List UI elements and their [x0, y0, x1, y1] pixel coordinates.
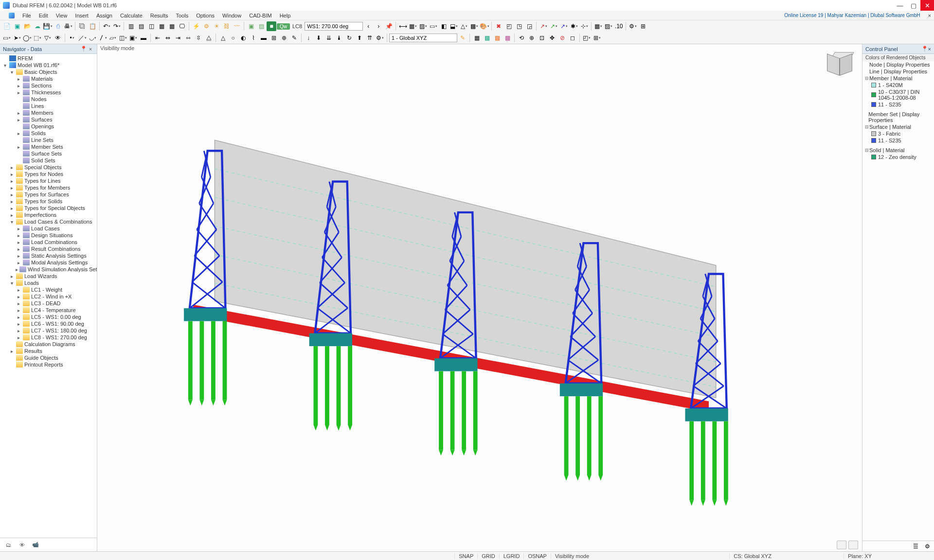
zoom-window-icon[interactable]: ◻ [568, 33, 577, 43]
prev-lc-icon[interactable]: ‹ [363, 21, 373, 31]
navigator-tree[interactable]: RFEM▾Model WB 01.rf6*▾Basic Objects▸Mate… [0, 54, 97, 538]
coord-system-select[interactable] [389, 34, 457, 42]
tree-item[interactable]: ▸Types for Lines [0, 177, 97, 184]
menu-insert[interactable]: Insert [71, 13, 92, 18]
undo-icon[interactable]: ↶ [102, 21, 111, 31]
axis-y-icon[interactable]: ↗ [549, 21, 558, 31]
node-tool-icon[interactable]: • [67, 33, 77, 43]
tree-item[interactable]: ▾Basic Objects [0, 69, 97, 75]
grid-icon[interactable]: ▦ [408, 21, 418, 31]
status-osnap[interactable]: OSNAP [523, 553, 551, 559]
load-free-icon[interactable]: ⇈ [365, 33, 375, 43]
zoom-fit-icon[interactable]: ⊡ [537, 33, 547, 43]
cp-color-item[interactable]: 12 - Zeo density [862, 154, 934, 160]
window-layout-4-icon[interactable]: ▦ [157, 21, 166, 31]
axis-z-icon[interactable]: ↗ [559, 21, 569, 31]
load-area-icon[interactable]: ⇊ [324, 33, 334, 43]
render-icon[interactable]: ▦ [593, 21, 603, 31]
load-imposed-icon[interactable]: ⬆ [355, 33, 364, 43]
align-left-icon[interactable]: ⇤ [153, 33, 162, 43]
tree-item[interactable]: ▸Types for Nodes [0, 171, 97, 177]
load-point-icon[interactable]: ↓ [304, 33, 313, 43]
arc-tool-icon[interactable]: ◡ [88, 33, 97, 43]
support-tool-icon[interactable]: △ [459, 21, 469, 31]
menu-assign[interactable]: Assign [92, 13, 116, 18]
block-icon[interactable]: ▣ [246, 21, 256, 31]
stiffness-icon[interactable]: ⊞ [269, 33, 279, 43]
menu-edit[interactable]: Edit [35, 13, 52, 18]
cp-pin-icon[interactable]: 📍 [921, 46, 928, 52]
tree-item[interactable]: ▸Special Objects [0, 164, 97, 171]
tree-item[interactable]: ▸LC5 - WS1: 0.00 deg [0, 314, 97, 320]
menu-tools[interactable]: Tools [172, 13, 192, 18]
tree-item[interactable]: Printout Reports [0, 361, 97, 368]
window-layout-2-icon[interactable]: ▤ [136, 21, 146, 31]
viewport[interactable]: Visibility mode [97, 44, 862, 551]
cp-row[interactable]: Member Set | Display Properties [862, 111, 934, 123]
save-icon[interactable]: 💾 [43, 21, 53, 31]
redo-icon[interactable]: ↷ [112, 21, 122, 31]
tree-item[interactable]: ▸LC3 - DEAD [0, 300, 97, 307]
tree-item[interactable]: ▸Design Situations [0, 232, 97, 239]
mesh-check-icon[interactable]: ▩ [492, 33, 502, 43]
cp-row[interactable]: Node | Display Properties [862, 61, 934, 68]
nav-eye-icon[interactable]: 👁 [17, 540, 27, 550]
menu-file[interactable]: File [18, 13, 35, 18]
cp-list-icon[interactable]: ☰ [911, 542, 920, 551]
mesh-icon[interactable]: ▦ [472, 33, 482, 43]
tree-item[interactable]: ▾Loads [0, 280, 97, 286]
load-tool-icon[interactable]: ⬓ [449, 21, 459, 31]
tree-item[interactable]: ▸LC2 - Wind in +X [0, 293, 97, 300]
tree-item[interactable]: Surface Sets [0, 150, 97, 157]
tree-item[interactable]: ▸Members [0, 109, 97, 116]
qw-badge[interactable]: Qw [277, 23, 290, 30]
mirror-icon[interactable]: ⧋ [204, 33, 214, 43]
menu-cadbim[interactable]: CAD-BIM [245, 13, 275, 18]
tree-item[interactable]: ▸Types for Special Objects [0, 205, 97, 211]
zoom-in-icon[interactable]: ⊕ [527, 33, 537, 43]
tree-item[interactable]: ▸Types for Solids [0, 198, 97, 205]
tree-item[interactable]: Nodes [0, 96, 97, 103]
mesh-settings-icon[interactable]: ▩ [503, 33, 512, 43]
app-menu-icon[interactable] [9, 13, 15, 18]
thickness-tool-icon[interactable]: ▬ [139, 33, 148, 43]
paste-icon[interactable]: 📋 [88, 21, 97, 31]
mesh-refine-icon[interactable]: ▩ [482, 33, 492, 43]
tree-item[interactable]: ▸Result Combinations [0, 245, 97, 252]
close-button[interactable]: ✕ [920, 0, 934, 11]
display-extra-icon[interactable]: ⊞ [638, 21, 648, 31]
cp-settings-icon[interactable]: ⚙ [922, 542, 932, 551]
status-vis[interactable]: Visibility mode [551, 553, 593, 559]
line-tool-icon[interactable]: ／ [77, 33, 87, 43]
delete-obj-icon[interactable]: ✖ [494, 21, 503, 31]
opening-tool-icon[interactable]: ◫ [118, 33, 128, 43]
result-tool-icon[interactable]: ▩ [469, 21, 479, 31]
status-grid[interactable]: GRID [477, 553, 499, 559]
filter-icon[interactable]: ▽ [43, 33, 53, 43]
axis-x-icon[interactable]: ↗ [539, 21, 548, 31]
tree-item[interactable]: ▸Solids [0, 130, 97, 137]
tree-item[interactable]: Lines [0, 103, 97, 109]
view-cube-icon[interactable]: ◰ [582, 33, 592, 43]
tree-item[interactable]: ▸Materials [0, 75, 97, 82]
tree-item[interactable]: ▸Load Combinations [0, 239, 97, 245]
tree-item[interactable]: ▸LC1 - Weight [0, 286, 97, 293]
screen-icon[interactable]: 🖵 [177, 21, 187, 31]
menu-view[interactable]: View [52, 13, 72, 18]
tree-item[interactable]: Guide Objects [0, 354, 97, 361]
nav-tree-icon[interactable]: 🗂 [3, 540, 14, 550]
tree-item[interactable]: Openings [0, 123, 97, 130]
cp-row[interactable]: Line | Display Properties [862, 68, 934, 75]
no-zoom-icon[interactable]: ⊘ [557, 33, 567, 43]
distribute-v-icon[interactable]: ⇳ [194, 33, 203, 43]
tree-item[interactable]: ▸Wind Simulation Analysis Settings [0, 266, 97, 273]
link-icon[interactable]: ⛓ [222, 21, 232, 31]
lightning-icon[interactable]: ⚡ [191, 21, 201, 31]
distribute-h-icon[interactable]: ⇿ [183, 33, 193, 43]
window-layout-1-icon[interactable]: ▥ [126, 21, 136, 31]
tree-item[interactable]: ▸LC7 - WS1: 180.00 deg [0, 327, 97, 334]
load-settings-icon[interactable]: ⚙ [375, 33, 385, 43]
maximize-button[interactable]: ▢ [907, 0, 920, 11]
release-icon[interactable]: ◐ [238, 33, 248, 43]
colors-icon[interactable]: 🎨 [480, 21, 489, 31]
